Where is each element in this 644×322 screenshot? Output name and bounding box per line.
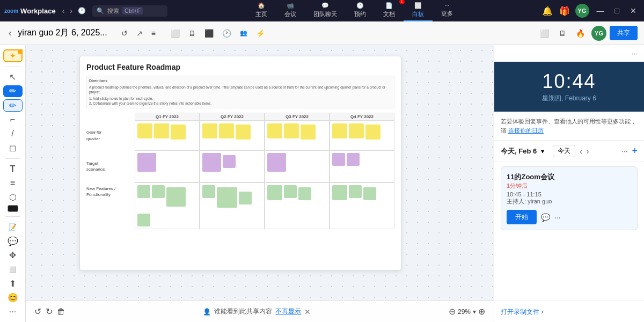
minimize-button[interactable]: — bbox=[594, 5, 608, 16]
sticky-y11[interactable] bbox=[349, 123, 364, 138]
next-day-button[interactable]: › bbox=[587, 147, 589, 156]
nav-forward-button[interactable]: › bbox=[68, 5, 75, 16]
gift-button[interactable]: 🎁 bbox=[558, 5, 571, 17]
sticky-g7[interactable] bbox=[239, 192, 252, 204]
sticky-g12[interactable] bbox=[349, 185, 362, 198]
sticky-g2[interactable] bbox=[152, 185, 165, 198]
sticky-g1[interactable] bbox=[137, 185, 150, 198]
zoom-dropdown-button[interactable]: ▾ bbox=[473, 308, 476, 316]
sticky-y2[interactable] bbox=[154, 123, 169, 138]
sticky-p3[interactable] bbox=[223, 155, 236, 168]
event-chat-button[interactable]: 💬 bbox=[541, 213, 550, 222]
panel-more-button[interactable]: ··· bbox=[632, 49, 638, 57]
reaction-button[interactable]: 🔥 bbox=[573, 27, 588, 40]
sticky-y3[interactable] bbox=[171, 125, 186, 140]
desktop-view-button[interactable]: 🖥 bbox=[185, 27, 199, 40]
redo-button[interactable]: ↻ bbox=[46, 306, 53, 317]
sticky-g10[interactable] bbox=[298, 187, 311, 200]
nav-more[interactable]: ··· 更多 bbox=[433, 0, 462, 21]
collab-view-button[interactable]: 👥 bbox=[237, 27, 251, 40]
sticky-g8[interactable] bbox=[267, 185, 282, 200]
select-tool-button[interactable]: ↖ bbox=[3, 71, 23, 83]
sticky-p2[interactable] bbox=[202, 153, 221, 172]
color-swatch-button[interactable] bbox=[8, 205, 18, 212]
close-button[interactable]: ✕ bbox=[627, 5, 640, 16]
notification-button[interactable]: 🔔 bbox=[541, 5, 554, 17]
nav-meeting[interactable]: 📹 会议 bbox=[276, 0, 305, 21]
history-button[interactable]: 🕐 bbox=[76, 5, 88, 16]
sticky-g5[interactable] bbox=[202, 185, 215, 198]
sticky-p5[interactable] bbox=[332, 153, 345, 166]
nav-chat[interactable]: 💬 团队聊天 bbox=[305, 0, 346, 21]
magic-view-button[interactable]: ⚡ bbox=[253, 27, 268, 40]
back-button[interactable]: ‹ bbox=[6, 26, 13, 40]
close-notice-button[interactable]: ✕ bbox=[304, 308, 311, 316]
upload-tool-button[interactable]: ⬆ bbox=[3, 277, 23, 289]
connector-tool-button[interactable]: ⌐ bbox=[3, 114, 23, 126]
open-recording-link[interactable]: 打开录制文件 › bbox=[501, 308, 543, 316]
share-button[interactable]: 共享 bbox=[610, 26, 638, 40]
sticky-y10[interactable] bbox=[332, 123, 347, 138]
maximize-button[interactable]: □ bbox=[612, 5, 623, 16]
sticky-g6[interactable] bbox=[217, 187, 237, 208]
ai-tool-button[interactable]: ✦ bbox=[3, 49, 23, 62]
no-show-link[interactable]: 不再显示 bbox=[275, 307, 301, 316]
search-box[interactable]: 🔍 搜索 Ctrl+F bbox=[92, 5, 167, 17]
frame-tool-button[interactable]: ⬜ bbox=[3, 264, 23, 275]
start-meeting-button[interactable]: 开始 bbox=[507, 210, 537, 224]
sticky-g3[interactable] bbox=[166, 187, 186, 207]
sticky-g4[interactable] bbox=[137, 214, 150, 226]
sticky-p4[interactable] bbox=[267, 153, 286, 172]
delete-button[interactable]: 🗑 bbox=[57, 307, 65, 317]
sticky-g11[interactable] bbox=[332, 185, 347, 200]
sticky-y6[interactable] bbox=[236, 125, 251, 140]
monitor-view-button[interactable]: ⬜ bbox=[537, 27, 552, 40]
user-avatar[interactable]: YG bbox=[575, 4, 589, 18]
sticky-p1[interactable] bbox=[137, 153, 156, 172]
board-view-button[interactable]: ⬜ bbox=[167, 27, 183, 40]
emoji-tool-button[interactable]: 😊 bbox=[3, 292, 23, 304]
text-tool-button[interactable]: T bbox=[3, 163, 23, 175]
sticky-y7[interactable] bbox=[267, 123, 282, 138]
add-event-button[interactable]: + bbox=[632, 145, 638, 157]
user-avatar-sm[interactable]: YG bbox=[591, 26, 606, 41]
sticky-g9[interactable] bbox=[284, 185, 297, 198]
pen-primary-button[interactable]: ✏ bbox=[3, 85, 23, 97]
sticky-y12[interactable] bbox=[365, 125, 380, 140]
sticky-y4[interactable] bbox=[202, 123, 217, 138]
connect-calendar-link[interactable]: 连接你的日历 bbox=[508, 127, 544, 134]
undo-tool-button[interactable]: ↺ bbox=[118, 27, 131, 40]
move-tool-button[interactable]: ✥ bbox=[3, 250, 23, 261]
zoom-in-button[interactable]: ⊕ bbox=[478, 306, 485, 317]
pen-secondary-button[interactable]: ✏ bbox=[3, 99, 23, 112]
sticky-y8[interactable] bbox=[284, 123, 299, 138]
more-tools-button[interactable]: ··· bbox=[3, 306, 23, 318]
eraser-tool-button[interactable]: ◻ bbox=[3, 142, 23, 154]
menu-tool-button[interactable]: ≡ bbox=[148, 27, 159, 40]
timer-view-button[interactable]: 🕐 bbox=[219, 27, 235, 40]
calendar-more-button[interactable]: ··· bbox=[621, 147, 627, 155]
sticky-y1[interactable] bbox=[137, 123, 152, 138]
today-button[interactable]: 今天 bbox=[553, 145, 575, 157]
comment-tool-button[interactable]: 💬 bbox=[3, 235, 23, 247]
undo-button[interactable]: ↺ bbox=[34, 306, 41, 317]
line-tool-button[interactable]: / bbox=[3, 128, 23, 140]
sticky-y5[interactable] bbox=[219, 123, 234, 138]
nav-back-button[interactable]: ‹ bbox=[60, 5, 67, 16]
nav-docs[interactable]: 📄 1 文档 bbox=[375, 0, 404, 21]
sticky-p6[interactable] bbox=[347, 153, 360, 166]
nav-home[interactable]: 🏠 主页 bbox=[247, 0, 276, 21]
nav-whiteboard[interactable]: ⬜ 白板 bbox=[404, 0, 433, 21]
prev-day-button[interactable]: ‹ bbox=[580, 147, 582, 156]
sticky-g13[interactable] bbox=[363, 187, 376, 200]
list-tool-button[interactable]: ≡ bbox=[3, 177, 23, 189]
event-more-button[interactable]: ··· bbox=[554, 213, 561, 222]
export-tool-button[interactable]: ↗ bbox=[133, 27, 146, 40]
zoom-out-button[interactable]: ⊖ bbox=[449, 306, 456, 317]
nav-schedule[interactable]: 🕐 预约 bbox=[346, 0, 375, 21]
sticky-y9[interactable] bbox=[301, 125, 316, 140]
whiteboard-canvas[interactable]: Product Feature Roadmap Directions A pro… bbox=[26, 45, 494, 322]
dark-view-button[interactable]: ⬛ bbox=[201, 27, 217, 40]
sticky-tool-button[interactable]: 📝 bbox=[3, 221, 23, 233]
shape-tool-button[interactable]: ⬡ bbox=[3, 191, 23, 203]
